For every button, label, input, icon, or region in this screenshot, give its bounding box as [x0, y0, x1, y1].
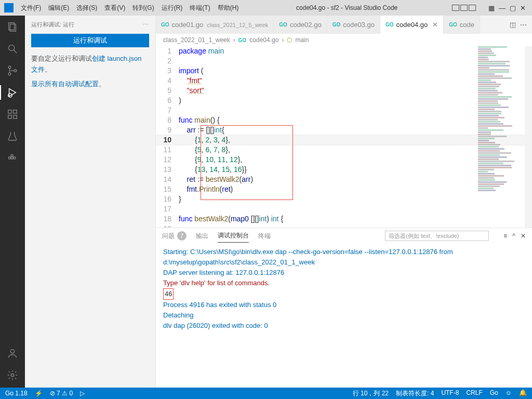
menu-item[interactable]: 编辑(E): [45, 2, 72, 15]
window-title: code04.go - sf2 - Visual Studio Code: [242, 4, 452, 11]
svg-rect-16: [11, 155, 13, 157]
menu-item[interactable]: 运行(R): [158, 2, 186, 15]
run-debug-icon[interactable]: [6, 86, 19, 99]
testing-icon[interactable]: [6, 130, 19, 142]
editor-group: GOcode01.goclass_2021_12_5_weekGOcode02.…: [156, 16, 532, 388]
sidebar-title: 运行和调试: 运行: [31, 21, 74, 29]
editor-tab[interactable]: GOcode02.go: [274, 16, 327, 34]
panel-close-icon[interactable]: ✕: [521, 232, 526, 240]
vertical-scrollbar[interactable]: [525, 46, 532, 228]
svg-point-18: [11, 374, 14, 377]
panel-clear-icon[interactable]: ≡: [503, 232, 507, 240]
svg-line-3: [14, 50, 17, 54]
minimap[interactable]: [478, 46, 525, 171]
svg-point-17: [10, 350, 14, 353]
svg-point-5: [8, 73, 11, 75]
extensions-icon[interactable]: [6, 108, 19, 121]
svg-point-4: [8, 66, 11, 69]
breadcrumb[interactable]: class_2022_01_1_week› GOcode04.go› ⬡main: [156, 34, 532, 46]
tab-more-icon[interactable]: ⋯: [520, 21, 527, 29]
status-go-version[interactable]: Go 1.18: [5, 390, 28, 397]
docker-icon[interactable]: [6, 152, 19, 164]
svg-rect-10: [8, 115, 11, 118]
svg-rect-11: [14, 115, 17, 118]
editor-tab[interactable]: GOcode03.go: [327, 16, 380, 34]
code-editor[interactable]: 1package main23import (4 "fmt"5 "sort"6)…: [156, 46, 532, 228]
editor-tab[interactable]: GOcode04.go✕: [380, 16, 444, 34]
svg-marker-7: [9, 89, 16, 97]
layout-grid-icon[interactable]: ▦: [488, 4, 495, 12]
minimize-button[interactable]: —: [499, 4, 506, 12]
svg-rect-13: [9, 157, 11, 159]
status-bar: Go 1.18 ⚡ ⊘ 7 ⚠ 0 ▷ 行 10，列 22 制表符长度: 4 U…: [0, 388, 532, 399]
search-icon[interactable]: [6, 43, 19, 55]
run-debug-button[interactable]: 运行和调试: [31, 34, 149, 47]
status-bell-icon[interactable]: 🔔: [519, 389, 527, 398]
svg-rect-15: [14, 157, 16, 159]
sidebar-custom-text: 要自定义运行和调试创建 launch.json 文件。: [25, 54, 155, 75]
account-icon[interactable]: [6, 347, 19, 360]
source-control-icon[interactable]: [6, 64, 19, 77]
svg-point-2: [9, 45, 15, 51]
menu-item[interactable]: 查看(V): [101, 2, 128, 15]
activity-bar: [0, 16, 25, 388]
status-language[interactable]: Go: [490, 389, 498, 398]
maximize-button[interactable]: ▢: [510, 4, 516, 12]
status-debug-icon[interactable]: ▷: [80, 390, 85, 397]
editor-tab[interactable]: GOcode: [444, 16, 480, 34]
settings-gear-icon[interactable]: [6, 369, 19, 381]
sidebar-panel: 运行和调试: 运行 ⋯ 运行和调试 要自定义运行和调试创建 launch.jso…: [25, 16, 156, 388]
tab-bar: GOcode01.goclass_2021_12_5_weekGOcode02.…: [156, 16, 532, 34]
status-line-col[interactable]: 行 10，列 22: [353, 389, 389, 398]
explorer-icon[interactable]: [6, 21, 19, 33]
sidebar-more-icon[interactable]: ⋯: [143, 21, 149, 28]
vscode-icon: [4, 3, 14, 12]
menu-item[interactable]: 转到(G): [129, 2, 157, 15]
status-tab-size[interactable]: 制表符长度: 4: [396, 389, 434, 398]
layout-controls[interactable]: [452, 5, 476, 11]
split-editor-icon[interactable]: ◫: [510, 21, 516, 29]
panel-tab-debug-console[interactable]: 调试控制台: [218, 229, 249, 243]
status-feedback-icon[interactable]: ☺: [506, 389, 512, 398]
title-bar: 文件(F)编辑(E)选择(S)查看(V)转到(G)运行(R)终端(T)帮助(H)…: [0, 0, 532, 16]
status-encoding[interactable]: UTF-8: [441, 389, 459, 398]
menu-item[interactable]: 选择(S): [73, 2, 100, 15]
tab-close-icon[interactable]: ✕: [432, 21, 438, 29]
svg-point-6: [14, 70, 17, 72]
debug-console-output[interactable]: Starting: C:\Users\MSI\go\bin\dlv.exe da…: [156, 244, 532, 388]
status-problems[interactable]: ⊘ 7 ⚠ 0: [50, 390, 73, 397]
close-button[interactable]: ✕: [520, 4, 526, 12]
show-all-configs-link[interactable]: 显示所有自动调试配置。: [25, 75, 155, 93]
window-controls: ▦ — ▢ ✕: [452, 4, 532, 12]
menu-item[interactable]: 帮助(H): [215, 2, 242, 15]
menu-item[interactable]: 文件(F): [18, 2, 44, 15]
bottom-panel: 问题7 输出 调试控制台 终端 筛选器(例如 text、!exclude) ≡ …: [156, 228, 532, 388]
editor-tab[interactable]: GOcode01.goclass_2021_12_5_week: [156, 16, 274, 34]
svg-rect-9: [8, 110, 11, 113]
svg-rect-14: [11, 157, 13, 159]
menu-item[interactable]: 终端(T): [187, 2, 213, 15]
panel-collapse-icon[interactable]: ^: [512, 232, 515, 240]
panel-filter-input[interactable]: 筛选器(例如 text、!exclude): [385, 231, 489, 241]
svg-rect-12: [14, 110, 17, 113]
panel-tab-terminal[interactable]: 终端: [258, 230, 271, 243]
menu-bar: 文件(F)编辑(E)选择(S)查看(V)转到(G)运行(R)终端(T)帮助(H): [18, 2, 242, 15]
status-eol[interactable]: CRLF: [466, 389, 482, 398]
panel-tab-output[interactable]: 输出: [196, 230, 208, 243]
panel-tab-problems[interactable]: 问题7: [162, 229, 187, 243]
status-lightning-icon[interactable]: ⚡: [35, 390, 43, 397]
